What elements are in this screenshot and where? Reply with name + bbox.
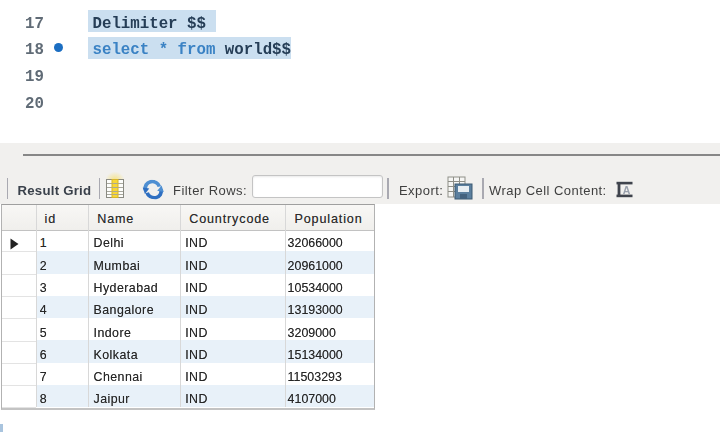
svg-text:A: A	[622, 184, 630, 196]
